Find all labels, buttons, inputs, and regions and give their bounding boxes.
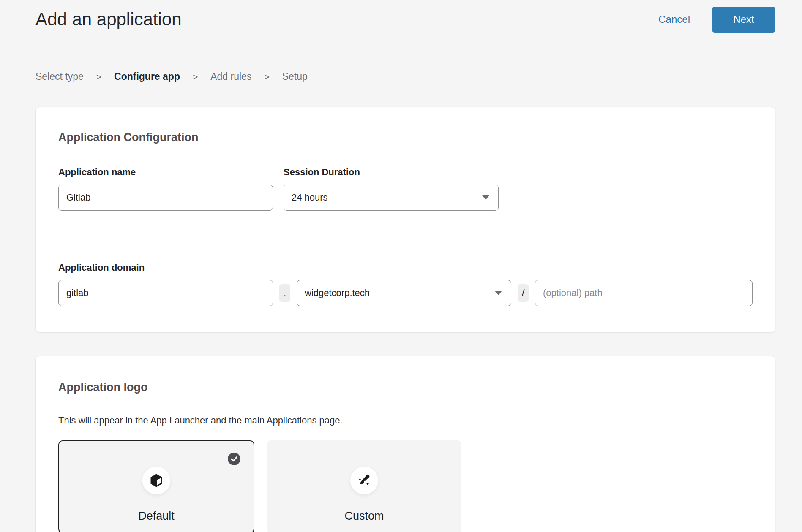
chevron-down-icon — [482, 195, 490, 200]
step-add-rules[interactable]: Add rules — [210, 71, 251, 82]
paintbrush-icon — [356, 472, 373, 489]
logo-option-custom[interactable]: Custom — [267, 440, 461, 532]
default-icon-circle — [142, 467, 170, 494]
session-duration-label: Session Duration — [284, 167, 499, 178]
step-configure-app[interactable]: Configure app — [114, 71, 180, 82]
step-select-type[interactable]: Select type — [35, 71, 84, 82]
logo-option-list: Default Custom — [58, 440, 753, 532]
page-header: Add an application Cancel Next — [35, 6, 775, 33]
add-application-page: Add an application Cancel Next Select ty… — [0, 0, 802, 532]
logo-option-label: Custom — [344, 510, 384, 523]
dot-separator: . — [279, 284, 290, 302]
session-duration-select[interactable]: 24 hours — [284, 185, 499, 211]
application-logo-heading: Application logo — [58, 381, 753, 394]
application-logo-description: This will appear in the App Launcher and… — [58, 415, 753, 426]
wizard-breadcrumb: Select type > Configure app > Add rules … — [35, 71, 775, 82]
domain-select-value: widgetcorp.tech — [305, 288, 370, 299]
application-name-label: Application name — [58, 167, 273, 178]
custom-icon-circle — [350, 467, 378, 494]
page-title: Add an application — [35, 9, 182, 30]
subdomain-input[interactable] — [58, 280, 273, 306]
domain-select[interactable]: widgetcorp.tech — [297, 280, 511, 306]
application-name-field-group: Application name — [58, 167, 273, 211]
breadcrumb-separator: > — [96, 72, 101, 82]
header-actions: Cancel Next — [658, 7, 775, 33]
cancel-button[interactable]: Cancel — [658, 14, 690, 25]
step-setup[interactable]: Setup — [282, 71, 308, 82]
application-name-input[interactable] — [58, 185, 273, 211]
application-logo-card: Application logo This will appear in the… — [35, 356, 775, 532]
application-configuration-heading: Application Configuration — [58, 131, 753, 144]
application-domain-field-group: Application domain . widgetcorp.tech / — [58, 262, 753, 306]
logo-option-label: Default — [138, 510, 175, 523]
cube-icon — [148, 472, 164, 489]
name-session-row: Application name Session Duration 24 hou… — [58, 167, 753, 211]
breadcrumb-separator: > — [264, 72, 269, 82]
slash-separator: / — [518, 284, 529, 302]
session-duration-value: 24 hours — [292, 192, 328, 203]
application-configuration-card: Application Configuration Application na… — [35, 107, 775, 333]
session-duration-field-group: Session Duration 24 hours — [284, 167, 499, 211]
application-domain-row: . widgetcorp.tech / — [58, 280, 753, 306]
path-input[interactable] — [535, 280, 753, 306]
logo-option-default[interactable]: Default — [58, 440, 254, 532]
next-button[interactable]: Next — [712, 7, 775, 33]
chevron-down-icon — [494, 290, 502, 296]
breadcrumb-separator: > — [193, 72, 198, 82]
check-icon — [227, 452, 241, 466]
application-domain-label: Application domain — [58, 262, 753, 273]
